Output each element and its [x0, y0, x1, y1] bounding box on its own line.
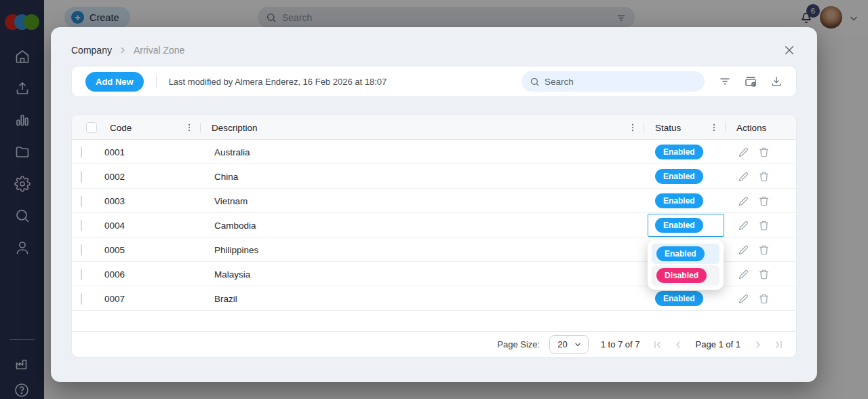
status-pill[interactable]: Enabled: [655, 291, 703, 306]
column-header-status: Status: [655, 123, 681, 133]
column-header-code: Code: [110, 123, 132, 133]
delete-trash-icon[interactable]: [758, 293, 770, 305]
status-pill[interactable]: Enabled: [655, 193, 703, 208]
row-code: 0007: [99, 294, 201, 304]
row-description: Malaysia: [201, 269, 644, 280]
breadcrumb-arrival-zone: Arrival Zone: [134, 45, 184, 56]
next-page-icon[interactable]: [753, 339, 764, 350]
delete-trash-icon[interactable]: [758, 244, 770, 256]
column-menu-icon[interactable]: [184, 122, 194, 133]
row-description: Brazil: [201, 294, 644, 304]
column-menu-icon[interactable]: [628, 122, 637, 133]
edit-pencil-icon[interactable]: [738, 147, 749, 158]
add-new-button[interactable]: Add New: [85, 72, 144, 92]
columns-settings-icon[interactable]: [744, 75, 757, 88]
column-header-description: Description: [212, 123, 258, 133]
delete-trash-icon[interactable]: [758, 147, 770, 158]
row-code: 0004: [99, 221, 201, 231]
table-search-bar[interactable]: [521, 71, 705, 92]
previous-page-icon[interactable]: [673, 339, 684, 350]
first-page-icon[interactable]: [652, 339, 663, 350]
search-icon: [530, 77, 540, 87]
table-header: Code Description Status: [72, 115, 796, 140]
page-size-select[interactable]: 20: [549, 335, 588, 354]
page-size-label: Page Size:: [497, 339, 540, 349]
status-dropdown: EnabledDisabled: [648, 240, 724, 290]
table-row: 0007 Brazil Enabled: [72, 286, 796, 311]
status-cell[interactable]: Enabled: [644, 189, 726, 213]
table-body: 0001 Australia Enabled 0002 China Enable…: [72, 140, 796, 311]
table-row: 0004 Cambodia EnabledEnabledDisabled: [72, 213, 796, 238]
delete-trash-icon[interactable]: [758, 171, 770, 183]
breadcrumb-company[interactable]: Company: [71, 45, 112, 56]
edit-pencil-icon[interactable]: [738, 220, 749, 231]
status-pill: Enabled: [656, 246, 705, 261]
filter-icon[interactable]: [719, 75, 731, 88]
table-search-input[interactable]: [545, 77, 696, 87]
row-code: 0005: [99, 245, 201, 255]
table-empty-area: [72, 311, 796, 331]
row-checkbox[interactable]: [81, 244, 82, 256]
delete-trash-icon[interactable]: [758, 195, 770, 207]
breadcrumb: Company Arrival Zone: [71, 45, 184, 56]
edit-pencil-icon[interactable]: [738, 195, 749, 207]
row-code: 0003: [99, 196, 201, 206]
close-icon[interactable]: [783, 44, 795, 56]
status-pill: Disabled: [656, 268, 707, 283]
row-checkbox[interactable]: [81, 171, 82, 183]
screen: + Create 6: [0, 0, 868, 399]
row-code: 0002: [99, 172, 201, 182]
status-cell[interactable]: EnabledEnabledDisabled: [644, 213, 726, 238]
page-size-value: 20: [557, 339, 567, 349]
status-cell[interactable]: Enabled: [644, 140, 726, 164]
status-option-disabled[interactable]: Disabled: [652, 265, 719, 286]
column-menu-icon[interactable]: [709, 122, 719, 133]
table-row: 0003 Vietnam Enabled: [72, 189, 796, 213]
edit-pencil-icon[interactable]: [738, 293, 749, 305]
select-all-checkbox[interactable]: [86, 122, 97, 133]
status-cell[interactable]: Enabled: [644, 286, 726, 311]
row-description: Philippines: [201, 245, 644, 255]
row-description: Vietnam: [201, 196, 644, 206]
status-pill[interactable]: Enabled: [655, 145, 703, 159]
row-checkbox[interactable]: [81, 147, 82, 158]
table-row: 0002 China Enabled: [72, 164, 796, 189]
row-checkbox[interactable]: [81, 195, 82, 207]
status-pill[interactable]: Enabled: [655, 169, 703, 184]
arrival-zone-table: Code Description Status: [71, 115, 797, 358]
edit-pencil-icon[interactable]: [738, 171, 749, 183]
delete-trash-icon[interactable]: [758, 220, 770, 231]
row-code: 0006: [99, 269, 201, 280]
row-checkbox[interactable]: [81, 269, 82, 280]
edit-pencil-icon[interactable]: [738, 269, 749, 280]
row-checkbox[interactable]: [81, 220, 82, 231]
toolbar-divider: [156, 75, 157, 88]
delete-trash-icon[interactable]: [758, 269, 770, 280]
row-description: Cambodia: [201, 221, 644, 231]
column-header-actions: Actions: [736, 123, 766, 133]
row-range-text: 1 to 7 of 7: [601, 339, 640, 349]
download-icon[interactable]: [770, 75, 783, 88]
edit-pencil-icon[interactable]: [738, 244, 749, 256]
row-code: 0001: [99, 147, 201, 157]
row-description: China: [201, 172, 644, 182]
chevron-right-icon: [119, 46, 127, 54]
status-cell[interactable]: Enabled: [644, 164, 726, 189]
table-row: 0001 Australia Enabled: [72, 140, 796, 164]
status-pill[interactable]: Enabled: [655, 218, 703, 233]
row-checkbox[interactable]: [81, 293, 82, 305]
arrival-zone-modal: Company Arrival Zone Add New Last modifi…: [51, 27, 817, 382]
last-page-icon[interactable]: [773, 339, 784, 350]
pagination-bar: Page Size: 20 1 to 7 of 7 Page 1 of 1: [72, 331, 796, 357]
last-modified-text: Last modified by Almera Enderez, 16 Feb …: [169, 77, 387, 87]
table-toolbar: Add New Last modified by Almera Enderez,…: [71, 66, 797, 97]
row-description: Australia: [201, 147, 644, 157]
page-indicator-text: Page 1 of 1: [696, 339, 741, 349]
status-option-enabled[interactable]: Enabled: [652, 244, 719, 264]
